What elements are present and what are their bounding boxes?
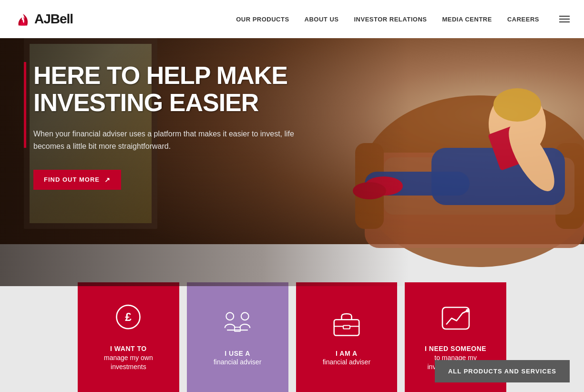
hero-subtitle: When your financial adviser uses a platf… (33, 128, 310, 152)
nav-media-centre[interactable]: MEDIA CENTRE (442, 16, 492, 23)
svg-text:£: £ (125, 311, 132, 324)
nav-careers[interactable]: CAREERS (507, 16, 539, 23)
nav-our-products[interactable]: OUR PRODUCTS (236, 16, 289, 23)
briefcase-icon (330, 307, 363, 340)
card-title: I WANT TO manage my owninvestments (104, 344, 153, 371)
card-want-to-manage[interactable]: £ I WANT TO manage my owninvestments (78, 282, 179, 392)
hero-red-line (24, 62, 26, 148)
header: AJBell OUR PRODUCTS ABOUT US INVESTOR RE… (0, 0, 584, 38)
chart-growth-icon (439, 302, 472, 336)
logo-text: AJBell (34, 11, 73, 27)
nav-about-us[interactable]: ABOUT US (305, 16, 339, 23)
main-nav: OUR PRODUCTS ABOUT US INVESTOR RELATIONS… (236, 16, 570, 23)
logo[interactable]: AJBell (14, 10, 73, 28)
card-i-am-a[interactable]: I AM A financial adviser (296, 282, 398, 392)
find-out-more-button[interactable]: FIND OUT MORE ↗ (33, 170, 121, 190)
hero-section: HERE TO HELP MAKE INVESTING EASIER When … (0, 0, 584, 286)
hamburger-menu-icon[interactable] (559, 16, 570, 22)
svg-point-16 (241, 312, 249, 320)
external-link-icon: ↗ (104, 176, 111, 184)
card-i-use-a[interactable]: I USE A financial adviser (187, 282, 288, 392)
svg-rect-20 (343, 326, 350, 329)
hero-content: HERE TO HELP MAKE INVESTING EASIER When … (33, 62, 310, 190)
nav-investor-relations[interactable]: INVESTOR RELATIONS (354, 16, 427, 23)
svg-point-24 (466, 309, 469, 312)
card-title: I AM A financial adviser (323, 349, 370, 367)
logo-icon (14, 10, 31, 28)
hero-title: HERE TO HELP MAKE INVESTING EASIER (33, 62, 310, 116)
svg-rect-19 (334, 320, 359, 335)
card-title: I USE A financial adviser (214, 349, 261, 367)
all-products-button[interactable]: ALL PRODUCTS AND SERVICES (435, 360, 570, 382)
svg-point-15 (226, 312, 234, 320)
pound-head-icon: £ (112, 302, 145, 336)
adviser-meeting-icon (221, 307, 254, 340)
svg-rect-23 (442, 308, 469, 330)
